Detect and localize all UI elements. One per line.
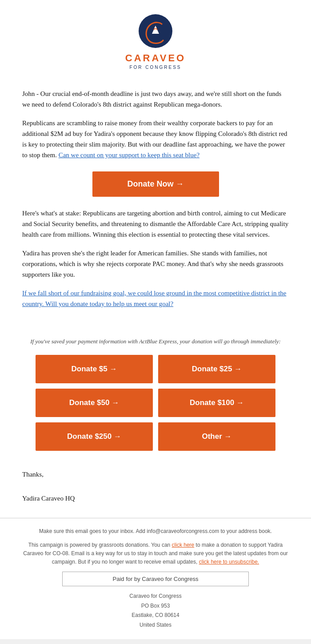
paid-for-text: Paid for by Caraveo for Congress (113, 576, 199, 582)
paragraph-4: Yadira has proven she's the right leader… (22, 248, 289, 280)
thanks-section: Thanks, Yadira Caraveo HQ (0, 464, 311, 518)
logo-icon (138, 13, 173, 49)
click-here-donate-link[interactable]: click here (172, 542, 195, 548)
logo: CARAVEO FOR CONGRESS (125, 13, 186, 70)
address-line-2: PO Box 953 (18, 601, 293, 611)
paragraph-2: Republicans are scrambling to raise mone… (22, 118, 289, 160)
fundraising-link-paragraph: If we fall short of our fundraising goal… (22, 288, 289, 309)
donate-now-button[interactable]: Donate Now → (92, 171, 219, 197)
logo-subtext: FOR CONGRESS (125, 65, 186, 70)
address-line-1: Caraveo for Congress (18, 592, 293, 601)
address-line-4: United States (18, 620, 293, 630)
inbox-note: Make sure this email goes to your inbox.… (18, 527, 293, 536)
email-container: CARAVEO FOR CONGRESS John - Our crucial … (0, 0, 311, 639)
donate-50-button[interactable]: Donate $50 → (36, 389, 153, 417)
donate-100-button[interactable]: Donate $100 → (158, 389, 275, 417)
donation-grid: Donate $5 → Donate $25 → Donate $50 → Do… (36, 355, 275, 451)
thanks-line-1: Thanks, (22, 469, 289, 481)
donate-5-button[interactable]: Donate $5 → (36, 355, 153, 383)
paragraph-1: John - Our crucial end-of-month deadline… (22, 88, 289, 110)
address-line-3: Eastlake, CO 80614 (18, 611, 293, 620)
paragraph-3: Here's what's at stake: Republicans are … (22, 208, 289, 240)
unsubscribe-link[interactable]: click here to unsubscribe. (199, 559, 259, 565)
fundraising-goal-link[interactable]: If we fall short of our fundraising goal… (22, 290, 286, 307)
donate-250-button[interactable]: Donate $250 → (36, 422, 153, 451)
logo-name: CARAVEO (125, 52, 186, 64)
email-body: John - Our crucial end-of-month deadline… (0, 80, 311, 330)
footer-address: Caraveo for Congress PO Box 953 Eastlake… (18, 592, 293, 630)
thanks-line-2: Yadira Caraveo HQ (22, 493, 289, 505)
donate-other-button[interactable]: Other → (158, 422, 275, 451)
email-header: CARAVEO FOR CONGRESS (0, 0, 311, 80)
paid-for-box: Paid for by Caraveo for Congress (62, 572, 249, 586)
actblue-note: If you've saved your payment information… (13, 337, 298, 346)
keep-seat-blue-link[interactable]: Can we count on your support to keep thi… (59, 151, 199, 159)
email-footer: Make sure this email goes to your inbox.… (0, 518, 311, 639)
powered-note: This campaign is powered by grassroots d… (18, 541, 293, 567)
donate-25-button[interactable]: Donate $25 → (158, 355, 275, 383)
